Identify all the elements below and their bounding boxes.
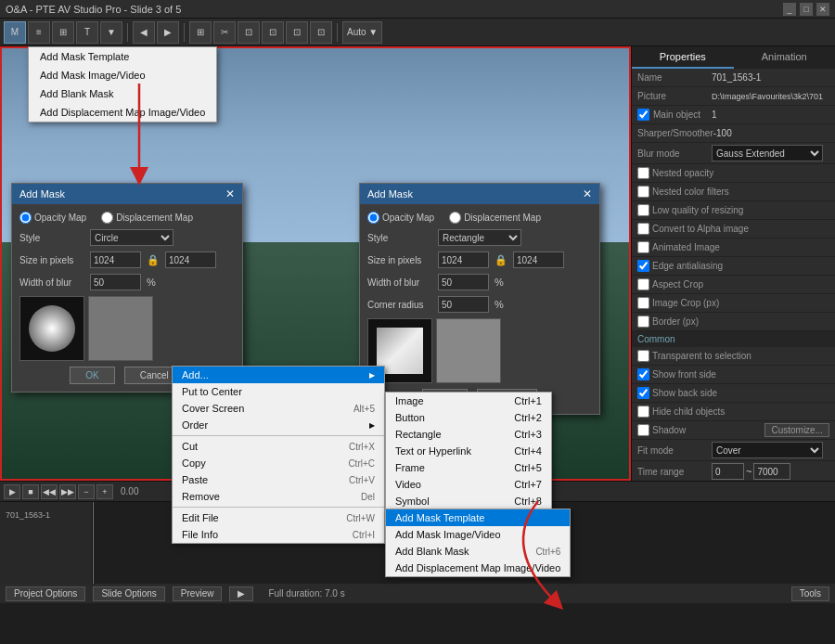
ctx-paste[interactable]: Paste Ctrl+V: [173, 471, 384, 488]
sub-add-rectangle[interactable]: Rectangle Ctrl+3: [386, 426, 551, 443]
toolbar-next-button[interactable]: ▶: [157, 21, 179, 44]
ctx-file-info[interactable]: File Info Ctrl+I: [173, 526, 384, 543]
ctx-copy[interactable]: Copy Ctrl+C: [173, 455, 384, 471]
tl-play-button[interactable]: ▶: [4, 484, 20, 499]
prop-nested-filters-cb[interactable]: [637, 186, 649, 198]
toolbar-down-button[interactable]: ▼: [100, 21, 122, 44]
toolbar-mask-button[interactable]: M: [4, 21, 26, 44]
sub-mask-template[interactable]: Add Mask Template: [386, 509, 570, 526]
prop-blurmode-select[interactable]: Gauss Extended: [712, 145, 823, 161]
project-options-button[interactable]: Project Options: [6, 586, 85, 601]
add-mask-dialog-1: Add Mask ✕ Opacity Map Displacement Map …: [11, 183, 243, 393]
prop-shadow-row: Shadow Customize...: [632, 421, 835, 440]
dialog1-ok-button[interactable]: OK: [70, 367, 114, 384]
toolbar-text-button[interactable]: T: [76, 21, 98, 44]
toolbar-prev-button[interactable]: ◀: [133, 21, 155, 44]
dialog1-opacity-radio[interactable]: Opacity Map: [19, 212, 86, 224]
tools-button[interactable]: Tools: [791, 586, 829, 601]
dialog1-close[interactable]: ✕: [225, 187, 235, 200]
sub-add-text[interactable]: Text or Hyperlink Ctrl+4: [386, 443, 551, 459]
close-button[interactable]: ✕: [816, 3, 829, 16]
dialog1-size1-input[interactable]: [90, 251, 141, 268]
ctx-order[interactable]: Order: [173, 417, 384, 433]
tab-properties[interactable]: Properties: [632, 46, 734, 69]
dialog2-displacement-input[interactable]: [449, 212, 461, 224]
dialog2-style-select[interactable]: Rectangle: [438, 229, 521, 246]
prop-transparent-cb[interactable]: [637, 350, 649, 362]
prop-show-front-cb[interactable]: [637, 368, 649, 380]
dd-add-displacement[interactable]: Add Displacement Map Image/Video: [29, 103, 216, 122]
ctx-cut[interactable]: Cut Ctrl+X: [173, 438, 384, 455]
title-text: O&A - PTE AV Studio Pro - Slide 3 of 5: [6, 4, 181, 15]
prop-fitmode-select[interactable]: Cover: [712, 442, 823, 458]
prop-shadow-cb[interactable]: [637, 424, 649, 436]
prop-edge-aa-cb[interactable]: [637, 260, 649, 272]
prop-low-quality-cb[interactable]: [637, 204, 649, 216]
sub-add-frame[interactable]: Frame Ctrl+5: [386, 459, 551, 476]
prop-nested-opacity-cb[interactable]: [637, 167, 649, 179]
ctx-put-to-center[interactable]: Put to Center: [173, 383, 384, 400]
ctx-cover-screen[interactable]: Cover Screen Alt+5: [173, 400, 384, 417]
tl-prev-button[interactable]: ◀◀: [41, 484, 58, 499]
toolbar-cut-button[interactable]: ✂: [213, 21, 236, 44]
dialog2-opacity-input[interactable]: [367, 212, 379, 224]
dialog1-displacement-radio[interactable]: Displacement Map: [101, 212, 193, 224]
toolbar-obj2-button[interactable]: ⊡: [310, 21, 332, 44]
preview-button[interactable]: Preview: [173, 586, 223, 601]
prop-animated-cb[interactable]: [637, 241, 649, 253]
dialog1-displacement-input[interactable]: [101, 212, 113, 224]
dialog2-opacity-radio[interactable]: Opacity Map: [367, 212, 434, 224]
prop-timeend-input[interactable]: [753, 463, 790, 480]
dialog1-blur-input[interactable]: [90, 274, 141, 290]
dialog1-opacity-input[interactable]: [19, 212, 32, 224]
toolbar-auto-button[interactable]: Auto ▼: [342, 21, 382, 44]
dialog2-close[interactable]: ✕: [583, 187, 592, 200]
prop-show-back-cb[interactable]: [637, 387, 649, 399]
ctx-edit-file[interactable]: Edit File Ctrl+W: [173, 509, 384, 526]
dd-add-mask-template[interactable]: Add Mask Template: [29, 47, 216, 66]
tab-animation[interactable]: Animation: [734, 46, 836, 69]
dialog1-style-select[interactable]: Circle: [90, 229, 173, 246]
sub-mask-displacement[interactable]: Add Displacement Map Image/Video: [386, 560, 570, 576]
prop-aspect-crop-cb[interactable]: [637, 278, 649, 290]
minimize-button[interactable]: _: [783, 3, 796, 16]
sub-add-symbol[interactable]: Symbol Ctrl+8: [386, 493, 551, 509]
toolbar-grid2-button[interactable]: ⊞: [189, 21, 212, 44]
ctx-remove[interactable]: Remove Del: [173, 488, 384, 505]
prop-mainobj-checkbox[interactable]: [637, 109, 649, 121]
prop-hide-children-cb[interactable]: [637, 406, 649, 418]
toolbar-layout-button[interactable]: ⊞: [52, 21, 74, 44]
sub-mask-image[interactable]: Add Mask Image/Video: [386, 526, 570, 543]
sub-mask-blank[interactable]: Add Blank Mask Ctrl+6: [386, 543, 570, 560]
dd-add-mask-image[interactable]: Add Mask Image/Video: [29, 66, 216, 84]
dialog2-blur-input[interactable]: [438, 274, 489, 290]
prop-customize-button[interactable]: Customize...: [764, 423, 829, 437]
tl-zoom-in-button[interactable]: +: [96, 484, 113, 499]
tl-stop-button[interactable]: ■: [22, 484, 39, 499]
toolbar-grid-button[interactable]: ≡: [28, 21, 50, 44]
play-button[interactable]: ▶: [229, 586, 253, 601]
dialog2-preview-area: [367, 318, 592, 383]
tl-next-button[interactable]: ▶▶: [59, 484, 76, 499]
prop-border-cb[interactable]: [637, 316, 649, 328]
prop-convert-alpha-cb[interactable]: [637, 223, 649, 235]
dialog1-size2-input[interactable]: [165, 251, 216, 268]
sub-add-video[interactable]: Video Ctrl+7: [386, 476, 551, 493]
maximize-button[interactable]: □: [800, 3, 813, 16]
dialog2-displacement-radio[interactable]: Displacement Map: [449, 212, 541, 224]
dialog2-size2-input[interactable]: [513, 251, 564, 268]
toolbar-obj1-button[interactable]: ⊡: [286, 21, 308, 44]
slide-options-button[interactable]: Slide Options: [93, 586, 164, 601]
tl-zoom-out-button[interactable]: −: [78, 484, 95, 499]
sub-add-button[interactable]: Button Ctrl+2: [386, 409, 551, 426]
prop-timestart-input[interactable]: [712, 463, 744, 480]
dialog2-size1-input[interactable]: [438, 251, 489, 268]
dialog1-style-row: Style Circle: [19, 229, 235, 246]
toolbar-copy-button[interactable]: ⊡: [238, 21, 260, 44]
dd-add-blank-mask[interactable]: Add Blank Mask: [29, 84, 216, 103]
prop-image-crop-cb[interactable]: [637, 297, 649, 309]
toolbar-paste-button[interactable]: ⊡: [262, 21, 284, 44]
dialog2-corner-input[interactable]: [438, 296, 489, 313]
sub-add-image[interactable]: Image Ctrl+1: [386, 393, 551, 409]
ctx-add[interactable]: Add...: [173, 367, 384, 383]
